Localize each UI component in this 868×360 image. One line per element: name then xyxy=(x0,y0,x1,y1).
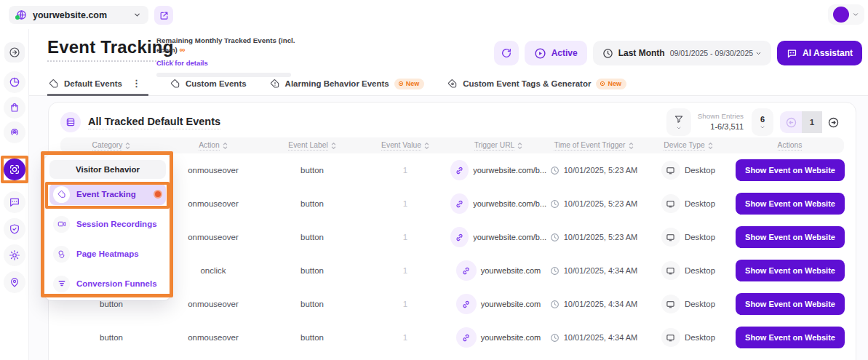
details-link[interactable]: Click for details xyxy=(156,59,208,67)
table-row: onmouseover button 1 yourwebsite.com/b..… xyxy=(60,187,844,220)
column-event-label[interactable]: Event Label xyxy=(264,141,360,151)
sort-icon xyxy=(629,142,634,150)
tab-custom-events[interactable]: Custom Events xyxy=(169,72,248,95)
cell-time-of-trigger: 10/01/2025, 5:23 AM xyxy=(546,233,641,242)
period-label: Last Month xyxy=(618,48,665,58)
table-row: onclick button 1 yourwebsite.com 10/01/2… xyxy=(60,254,844,287)
cell-device-type: Desktop xyxy=(641,228,736,247)
sidebar-expand-button[interactable] xyxy=(4,42,25,63)
sort-icon xyxy=(708,142,713,150)
column-trigger-url[interactable]: Trigger URL xyxy=(450,141,546,151)
remaining-events-widget: Remaining Monthly Tracked Events (incl. … xyxy=(156,36,298,77)
heatmap-icon xyxy=(53,246,70,263)
sort-icon xyxy=(424,142,429,150)
column-device-type[interactable]: Device Type xyxy=(641,141,736,151)
cell-trigger-url[interactable]: yourwebsite.com/b... xyxy=(450,160,546,180)
prev-page-button[interactable] xyxy=(780,111,802,133)
cell-event-value: 1 xyxy=(360,333,450,342)
sidebar-item-settings[interactable] xyxy=(4,244,25,266)
tab-alarming-behavior-events[interactable]: Alarming Behavior Events New xyxy=(268,72,426,95)
link-icon xyxy=(456,294,477,314)
menu-item-event-tracking[interactable]: Event Tracking xyxy=(49,183,166,205)
show-event-on-website-button[interactable]: Show Event on Website xyxy=(736,159,845,181)
funnel-icon xyxy=(674,114,684,124)
current-page[interactable]: 1 xyxy=(802,111,822,133)
database-icon xyxy=(60,112,81,132)
menu-item-session-recordings[interactable]: Session Recordings xyxy=(49,213,166,235)
chevron-down-icon xyxy=(676,125,682,131)
cell-actions: Show Event on Website xyxy=(736,293,845,315)
cell-trigger-url[interactable]: yourwebsite.com/b... xyxy=(450,193,546,214)
cell-event-value: 1 xyxy=(360,300,450,308)
clock-icon xyxy=(550,233,560,242)
tab-options-kebab-icon[interactable]: ⋮ xyxy=(132,78,141,89)
clock-icon xyxy=(550,333,560,343)
pagination: 1 xyxy=(780,111,844,133)
sidebar-item-realtime[interactable] xyxy=(4,121,25,143)
header-controls: Active Last Month 09/01/2025 - 09/30/202… xyxy=(494,41,862,65)
clock-icon xyxy=(550,266,560,276)
show-event-on-website-button[interactable]: Show Event on Website xyxy=(736,293,845,315)
table-body: onmouseover button 1 yourwebsite.com/b..… xyxy=(60,153,844,354)
page-size-value: 6 xyxy=(760,115,765,124)
location-pin-icon xyxy=(9,276,20,288)
show-event-on-website-button[interactable]: Show Event on Website xyxy=(736,260,845,281)
top-bar: yourwebsite.com xyxy=(0,0,868,29)
page-header: Event Tracking Remaining Monthly Tracked… xyxy=(29,29,868,96)
date-range-button[interactable]: Last Month 09/01/2025 - 09/30/2025 xyxy=(593,41,771,65)
cell-event-label: button xyxy=(264,233,360,241)
recording-dot-icon xyxy=(154,190,162,199)
column-event-value[interactable]: Event Value xyxy=(360,141,450,151)
desktop-icon xyxy=(661,228,680,247)
sidebar-item-ecommerce[interactable] xyxy=(4,97,25,119)
cell-action: onmouseover xyxy=(162,199,264,208)
column-action[interactable]: Action xyxy=(162,141,264,151)
cell-trigger-url[interactable]: yourwebsite.com xyxy=(450,294,546,314)
table-row: button onmouseover button 1 yourwebsite.… xyxy=(60,321,844,354)
ai-assistant-button[interactable]: AI Assistant xyxy=(777,41,862,65)
tab-custom-event-tags-generator[interactable]: Custom Event Tags & Generator New xyxy=(446,72,628,95)
show-event-on-website-button[interactable]: Show Event on Website xyxy=(736,226,845,248)
menu-item-conversion-funnels[interactable]: Conversion Funnels xyxy=(49,273,166,295)
website-selector[interactable]: yourwebsite.com xyxy=(9,6,148,24)
cell-action: onmouseover xyxy=(162,166,264,175)
funnel-steps-icon xyxy=(53,276,70,292)
sidebar-item-privacy[interactable] xyxy=(4,218,25,240)
cell-trigger-url[interactable]: yourwebsite.com/b... xyxy=(450,227,546,247)
user-menu[interactable] xyxy=(828,4,864,25)
cell-trigger-url[interactable]: yourwebsite.com xyxy=(450,260,546,281)
shopping-bag-icon xyxy=(9,102,20,113)
menu-item-page-heatmaps[interactable]: Page Heatmaps xyxy=(49,243,166,265)
show-event-on-website-button[interactable]: Show Event on Website xyxy=(736,327,845,348)
sidebar-item-location[interactable] xyxy=(4,271,25,293)
new-badge: New xyxy=(596,79,626,89)
sidebar-item-feedback[interactable] xyxy=(4,191,25,213)
filter-button[interactable] xyxy=(666,108,691,136)
cell-trigger-url[interactable]: yourwebsite.com xyxy=(450,327,546,348)
chevron-down-icon xyxy=(760,124,765,130)
shown-entries-label: Shown Entries xyxy=(698,112,744,121)
table-header-row: Category Action Event Label Event Value … xyxy=(60,137,844,153)
refresh-button[interactable] xyxy=(494,41,519,65)
sidebar-item-event-tracking[interactable] xyxy=(4,159,25,180)
clock-icon xyxy=(550,300,560,309)
sidebar-item-analytics[interactable] xyxy=(4,71,25,93)
cell-time-of-trigger: 10/01/2025, 4:34 AM xyxy=(546,266,641,276)
arrow-left-circle-icon xyxy=(785,116,797,129)
next-page-button[interactable] xyxy=(822,111,844,133)
column-time[interactable]: Time of Event Trigger xyxy=(546,141,641,151)
open-website-button[interactable] xyxy=(154,6,173,25)
tracking-status-button[interactable]: Active xyxy=(525,41,587,65)
page-size-select[interactable]: 6 xyxy=(752,108,773,136)
infinity-icon: ∞ xyxy=(180,45,186,54)
cell-device-type: Desktop xyxy=(641,194,736,213)
tab-default-events[interactable]: Default Events ⋮ xyxy=(47,73,148,96)
link-icon xyxy=(450,227,469,247)
visitor-behavior-menu: Visitor Behavior Event Tracking Session … xyxy=(44,154,172,300)
show-event-on-website-button[interactable]: Show Event on Website xyxy=(736,193,845,215)
cell-event-label: button xyxy=(264,266,360,275)
clock-icon xyxy=(550,199,560,209)
sort-icon xyxy=(517,142,522,150)
desktop-icon xyxy=(661,194,680,213)
column-category[interactable]: Category xyxy=(60,141,162,151)
